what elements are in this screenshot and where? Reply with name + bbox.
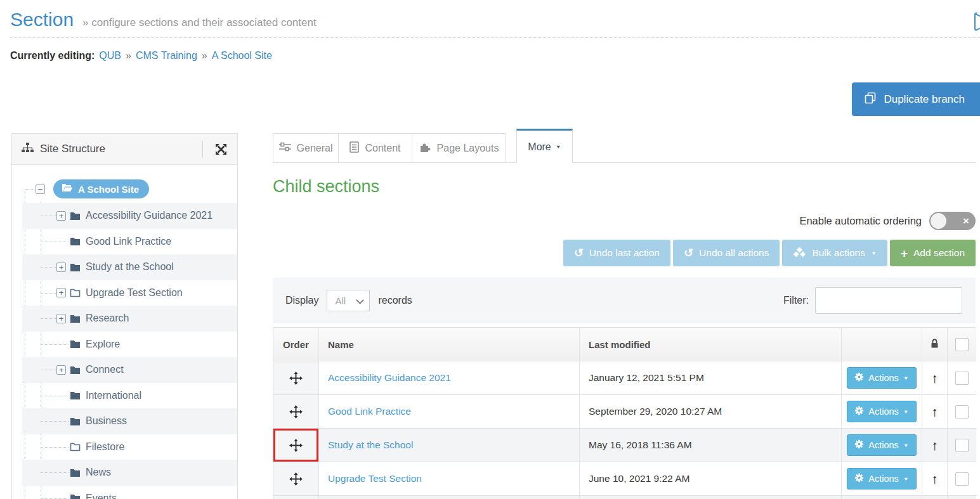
folder-open-icon <box>62 183 73 195</box>
collapse-toggle[interactable]: − <box>36 185 45 194</box>
move-icon[interactable] <box>289 472 303 486</box>
filter-input[interactable] <box>815 287 962 314</box>
move-up-arrow[interactable]: ↑ <box>931 472 938 486</box>
clipped-row <box>842 496 922 499</box>
move-up-arrow[interactable]: ↑ <box>931 439 938 452</box>
actions-label: Actions <box>868 406 899 417</box>
clipped-row <box>948 496 976 499</box>
folder-icon <box>70 314 81 323</box>
expand-toggle[interactable]: + <box>56 262 66 272</box>
expand-toggle[interactable]: + <box>56 211 66 221</box>
row-checkbox[interactable] <box>955 439 969 452</box>
tree-item-international[interactable]: International <box>12 383 237 409</box>
expand-panel-icon[interactable] <box>214 143 228 156</box>
tree-item-study-at-the-school[interactable]: + Study at the School <box>12 254 237 280</box>
section-link[interactable]: Good Link Practice <box>328 406 411 417</box>
header-separator <box>202 141 203 158</box>
auto-ordering-toggle[interactable]: × <box>929 212 976 230</box>
expand-toggle[interactable]: + <box>56 288 66 297</box>
breadcrumb-link-qub[interactable]: QUB <box>99 50 121 62</box>
row-checkbox[interactable] <box>955 372 969 385</box>
move-icon[interactable] <box>289 439 303 452</box>
tree-item-label[interactable]: Filestore <box>86 441 124 453</box>
breadcrumb-link-a-school-site[interactable]: A School Site <box>212 50 272 62</box>
expand-toggle[interactable]: + <box>56 365 66 375</box>
actions-button[interactable]: Actions ▼ <box>847 434 916 456</box>
table-controls-bar: Display All records Filter: <box>273 278 976 323</box>
button-label: Bulk actions <box>812 247 865 259</box>
tree-item-label[interactable]: Research <box>86 313 129 324</box>
folder-icon <box>70 237 81 246</box>
table-row-select-cell <box>948 395 976 429</box>
row-checkbox[interactable] <box>955 472 969 486</box>
actions-button[interactable]: Actions ▼ <box>847 367 916 389</box>
section-detail-panel: General Content Page Layouts More ▼ Chil… <box>273 129 976 499</box>
tree-item-upgrade-test-section[interactable]: + Upgrade Test Section <box>12 280 237 306</box>
tree-item-business[interactable]: Business <box>12 408 237 434</box>
folder-icon <box>70 262 81 272</box>
tree-item-explore[interactable]: Explore <box>12 332 237 358</box>
undo-all-actions-button[interactable]: ↺ Undo all actions <box>673 240 780 266</box>
duplicate-branch-button[interactable]: Duplicate branch <box>852 82 980 116</box>
add-section-button[interactable]: + Add section <box>890 240 976 266</box>
tree-item-label[interactable]: Business <box>86 415 127 427</box>
column-header-lock <box>922 328 948 361</box>
site-structure-panel: Site Structure − A School Site + Accessi… <box>11 133 238 499</box>
tree-item-label[interactable]: Good Link Practice <box>86 236 171 247</box>
section-link[interactable]: Accessibility Guidance 2021 <box>328 372 451 384</box>
auto-ordering-row: Enable automatic ordering × <box>273 212 976 230</box>
caret-down-icon: ▼ <box>903 476 909 481</box>
move-up-arrow[interactable]: ↑ <box>931 405 938 418</box>
actions-button[interactable]: Actions ▼ <box>847 401 916 422</box>
caret-down-icon: ▼ <box>903 443 909 448</box>
tree-item-research[interactable]: + Research <box>12 306 237 332</box>
column-header-actions <box>842 328 922 361</box>
column-header-select <box>948 328 976 361</box>
page-header: Section » configure sections and their a… <box>0 0 980 62</box>
table-row-date-cell: June 10, 2021 9:22 AM <box>580 462 842 496</box>
table-row-up-cell: ↑ <box>922 361 948 395</box>
table-row-select-cell <box>948 429 976 462</box>
move-up-arrow[interactable]: ↑ <box>931 372 938 385</box>
tree-item-label[interactable]: Accessibility Guidance 2021 <box>86 210 212 221</box>
select-all-checkbox[interactable] <box>955 338 969 351</box>
undo-last-action-button[interactable]: ↺ Undo last action <box>563 240 670 266</box>
duplicate-branch-label: Duplicate branch <box>884 93 965 106</box>
tree-item-label[interactable]: Upgrade Test Section <box>86 287 183 299</box>
tree-item-filestore[interactable]: Filestore <box>12 434 237 460</box>
selected-section-pill[interactable]: A School Site <box>53 179 149 198</box>
move-icon[interactable] <box>289 405 303 418</box>
tab-label: General <box>297 143 333 154</box>
section-link[interactable]: Upgrade Test Section <box>328 473 422 484</box>
tree-item-events[interactable]: Events <box>12 486 237 499</box>
bulk-actions-button[interactable]: Bulk actions ▼ <box>782 240 887 266</box>
expand-toggle[interactable]: + <box>56 314 66 323</box>
actions-button[interactable]: Actions ▼ <box>847 468 916 489</box>
breadcrumb-link-cms-training[interactable]: CMS Training <box>136 50 197 62</box>
tree-item-label[interactable]: International <box>86 390 141 401</box>
tab-page-layouts[interactable]: Page Layouts <box>412 133 506 162</box>
tree-item-label[interactable]: Study at the School <box>86 261 174 273</box>
tree-item-label[interactable]: Connect <box>86 364 124 375</box>
tab-more[interactable]: More ▼ <box>516 129 573 163</box>
tree-item-a-school-site[interactable]: − A School Site <box>12 175 237 203</box>
tree-item-label[interactable]: News <box>86 467 111 478</box>
section-link[interactable]: Study at the School <box>328 439 413 451</box>
tree-item-label[interactable]: Explore <box>86 339 120 350</box>
records-count-select[interactable]: All <box>327 290 370 311</box>
row-checkbox[interactable] <box>955 405 969 418</box>
tree-item-good-link-practice[interactable]: Good Link Practice <box>12 229 237 255</box>
sliders-icon <box>279 142 291 154</box>
child-sections-table: Order Name Last modified Accessibility G… <box>273 327 976 499</box>
tab-general[interactable]: General <box>273 133 339 162</box>
tree-item-accessibility-guidance-2021[interactable]: + Accessibility Guidance 2021 <box>12 203 237 229</box>
tree-item-label: A School Site <box>78 184 139 195</box>
tree-item-news[interactable]: News <box>12 460 237 486</box>
tree-item-connect[interactable]: + Connect <box>12 357 237 383</box>
move-icon[interactable] <box>289 372 303 385</box>
tree-item-label[interactable]: Events <box>86 493 117 499</box>
table-row-up-cell: ↑ <box>922 395 948 429</box>
site-structure-header: Site Structure <box>12 134 237 165</box>
clipped-row <box>922 496 948 499</box>
tab-content[interactable]: Content <box>338 133 412 162</box>
